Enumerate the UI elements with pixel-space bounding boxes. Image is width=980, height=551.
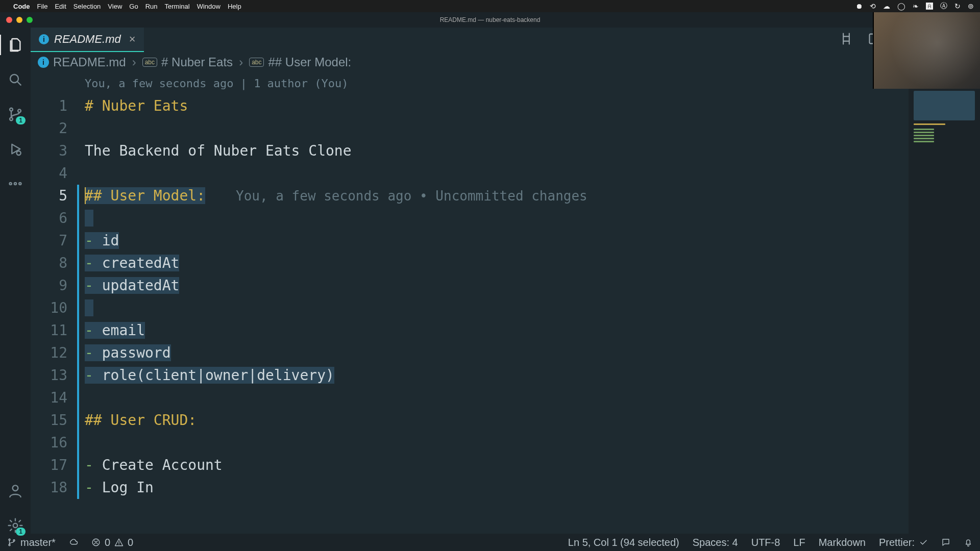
- code-line: [85, 432, 980, 454]
- updates-icon[interactable]: ◯: [897, 2, 905, 10]
- translate-icon[interactable]: 🅰: [926, 2, 933, 10]
- menubar-status-icons: ⏺ ⟲ ☁ ◯ ❧ 🅰 Ⓐ ↻ ⊚: [855, 2, 974, 11]
- menu-window[interactable]: Window: [197, 3, 220, 10]
- status-prettier[interactable]: Prettier:: [879, 537, 928, 548]
- line-number[interactable]: 13: [31, 364, 67, 387]
- status-language-mode[interactable]: Markdown: [819, 537, 866, 548]
- time-machine-icon[interactable]: ↻: [954, 2, 961, 10]
- files-icon: [7, 37, 23, 53]
- activity-more[interactable]: [7, 176, 23, 192]
- gitlens-codelens[interactable]: You, a few seconds ago | 1 author (You): [85, 72, 980, 95]
- line-number[interactable]: 1: [31, 95, 67, 117]
- gitlens-blame-inline: You, a few seconds ago • Uncommitted cha…: [236, 188, 587, 204]
- cloud-sync-icon: [69, 538, 78, 547]
- webcam-overlay: [873, 12, 980, 89]
- minimap[interactable]: [909, 72, 980, 534]
- line-number[interactable]: 6: [31, 207, 67, 230]
- tab-label: README.md: [54, 33, 121, 46]
- menu-terminal[interactable]: Terminal: [165, 3, 190, 10]
- line-number[interactable]: 8: [31, 252, 67, 274]
- line-number[interactable]: 7: [31, 230, 67, 252]
- line-number[interactable]: 14: [31, 387, 67, 409]
- status-encoding[interactable]: UTF-8: [751, 537, 780, 548]
- menu-edit[interactable]: Edit: [55, 3, 66, 10]
- line-number[interactable]: 10: [31, 297, 67, 319]
- status-notifications[interactable]: [964, 538, 973, 547]
- svg-point-8: [13, 485, 18, 491]
- menubar-app-name[interactable]: Code: [13, 3, 30, 10]
- window-zoom-button[interactable]: [27, 17, 33, 23]
- check-icon: [919, 538, 928, 547]
- window-close-button[interactable]: [6, 17, 12, 23]
- code-line: [85, 387, 980, 409]
- line-number[interactable]: 11: [31, 319, 67, 342]
- cloud-icon[interactable]: ☁: [883, 2, 890, 10]
- compare-changes-button[interactable]: [839, 32, 853, 48]
- play-bug-icon: [7, 141, 23, 157]
- svg-point-9: [13, 523, 18, 528]
- editor-tabs: i README.md ×: [31, 28, 980, 52]
- text-editor[interactable]: 1 2 3 4 5 6 7 8 9 10 11 12 13 14 15 16 1…: [31, 72, 980, 534]
- status-indent[interactable]: Spaces: 4: [693, 537, 738, 548]
- branch-icon: [7, 538, 16, 547]
- code-line: - createdAt: [85, 252, 980, 274]
- svg-point-7: [19, 183, 21, 185]
- menu-go[interactable]: Go: [129, 3, 138, 10]
- status-sync[interactable]: [69, 538, 78, 547]
- search-icon: [7, 71, 23, 88]
- tab-readme[interactable]: i README.md ×: [31, 28, 144, 52]
- menu-help[interactable]: Help: [228, 3, 241, 10]
- breadcrumbs[interactable]: i README.md › abc # Nuber Eats › abc ## …: [31, 52, 980, 72]
- line-number[interactable]: 2: [31, 117, 67, 140]
- activity-bar: 1 1: [0, 28, 31, 534]
- wifi-icon[interactable]: ⊚: [968, 2, 974, 10]
- macos-menubar: Code File Edit Selection View Go Run Ter…: [0, 0, 980, 12]
- activity-search[interactable]: [7, 71, 23, 88]
- breadcrumb-h2[interactable]: abc ## User Model:: [249, 55, 351, 69]
- account-icon: [7, 483, 23, 499]
- feedback-icon: [941, 538, 950, 547]
- compare-icon: [839, 32, 853, 46]
- tab-close-button[interactable]: ×: [129, 33, 136, 46]
- grammarly-icon[interactable]: Ⓐ: [940, 2, 947, 11]
- svg-point-5: [10, 183, 12, 185]
- status-problems[interactable]: 0 0: [91, 537, 133, 548]
- line-number[interactable]: 3: [31, 140, 67, 162]
- line-number[interactable]: 5: [31, 185, 67, 207]
- cloud-sync-icon[interactable]: ⟲: [870, 2, 876, 10]
- activity-run-debug[interactable]: [7, 141, 23, 157]
- breadcrumb-h1[interactable]: abc # Nuber Eats: [142, 55, 233, 69]
- code-line: - password: [85, 342, 980, 364]
- menu-selection[interactable]: Selection: [74, 3, 101, 10]
- menu-run[interactable]: Run: [145, 3, 158, 10]
- line-number-gutter[interactable]: 1 2 3 4 5 6 7 8 9 10 11 12 13 14 15 16 1…: [31, 72, 77, 534]
- activity-explorer[interactable]: [7, 37, 23, 53]
- screen-record-icon[interactable]: ⏺: [855, 2, 863, 10]
- menu-view[interactable]: View: [108, 3, 122, 10]
- line-number[interactable]: 12: [31, 342, 67, 364]
- window-titlebar: README.md — nuber-eats-backend: [0, 12, 980, 28]
- status-eol[interactable]: LF: [793, 537, 805, 548]
- activity-source-control[interactable]: 1: [7, 106, 23, 122]
- evernote-icon[interactable]: ❧: [913, 2, 919, 10]
- status-bar: master* 0 0 Ln 5, Col 1 (94 selected) Sp…: [0, 534, 980, 551]
- window-title: README.md — nuber-eats-backend: [440, 16, 541, 23]
- code-line: [85, 207, 980, 230]
- window-minimize-button[interactable]: [16, 17, 22, 23]
- line-number[interactable]: 16: [31, 432, 67, 454]
- bell-icon: [964, 538, 973, 547]
- breadcrumb-file[interactable]: i README.md: [38, 55, 126, 69]
- status-feedback[interactable]: [941, 538, 950, 547]
- line-number[interactable]: 4: [31, 162, 67, 185]
- line-number[interactable]: 17: [31, 454, 67, 477]
- line-number[interactable]: 18: [31, 477, 67, 499]
- code-content[interactable]: You, a few seconds ago | 1 author (You) …: [80, 72, 980, 534]
- activity-accounts[interactable]: [7, 483, 23, 499]
- activity-settings[interactable]: 1: [7, 517, 23, 534]
- line-number[interactable]: 15: [31, 409, 67, 432]
- status-cursor-position[interactable]: Ln 5, Col 1 (94 selected): [568, 537, 679, 548]
- menu-file[interactable]: File: [37, 3, 48, 10]
- line-number[interactable]: 9: [31, 274, 67, 297]
- scm-badge: 1: [16, 116, 26, 124]
- status-branch[interactable]: master*: [7, 537, 56, 548]
